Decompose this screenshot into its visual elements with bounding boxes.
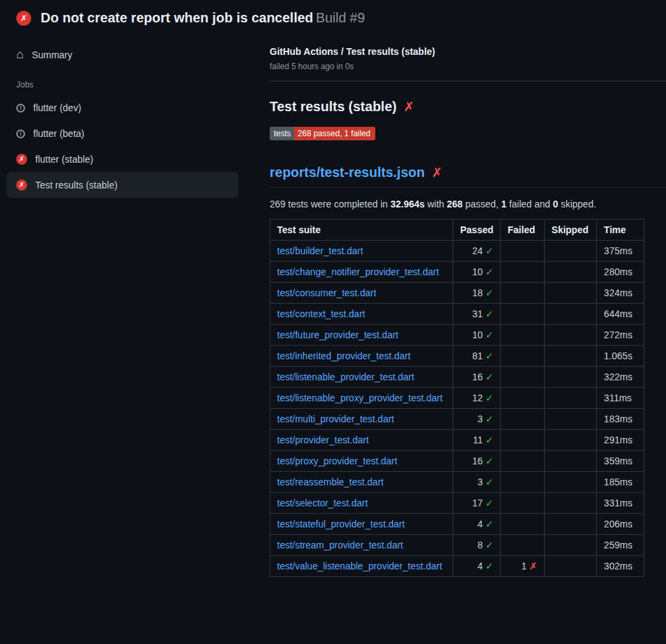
column-header: Test suite [270,220,453,241]
check-icon: ✓ [486,435,494,445]
report-link[interactable]: reports/test-results.json [270,165,425,180]
test-suite-cell: test/value_listenable_provider_test.dart [270,556,453,577]
breadcrumb: GitHub Actions / Test results (stable) [270,46,644,57]
test-suite-link[interactable]: test/change_notifier_provider_test.dart [277,266,439,277]
test-suite-cell: test/reassemble_test.dart [270,472,453,493]
failed-cell [501,535,545,556]
test-suite-cell: test/context_test.dart [270,304,453,325]
check-icon: ✓ [486,414,494,424]
test-suite-cell: test/stream_provider_test.dart [270,535,453,556]
skipped-cell [545,514,597,535]
passed-cell: 16✓ [453,451,501,472]
passed-cell: 12✓ [453,388,501,409]
test-suite-link[interactable]: test/provider_test.dart [277,435,369,445]
check-icon: ✓ [486,540,494,550]
test-suite-link[interactable]: test/selector_test.dart [277,498,368,508]
test-suite-link[interactable]: test/listenable_proxy_provider_test.dart [277,393,442,403]
skipped-cell [545,472,597,493]
skipped-cell [545,283,597,304]
test-suite-link[interactable]: test/multi_provider_test.dart [277,414,394,424]
report-heading: reports/test-results.json ✗ [270,165,666,188]
time-cell: 183ms [597,409,644,430]
passed-count: 11 [473,435,483,445]
build-number: Build #9 [316,10,365,25]
check-icon: ✓ [486,393,494,403]
job-label: flutter (beta) [33,128,84,139]
status-line: failed 5 hours ago in 0s [270,62,644,71]
time-cell: 324ms [597,283,644,304]
build-title-text: Do not create report when job is cancell… [41,10,313,25]
check-icon: ✓ [486,477,494,487]
build-header: ✗ Do not create report when job is cance… [0,0,666,33]
job-label: flutter (stable) [35,154,93,165]
summary-text: 268 [447,199,463,209]
test-suite-link[interactable]: test/builder_test.dart [277,245,363,256]
table-row: test/selector_test.dart17✓331ms [270,493,644,514]
table-row: test/context_test.dart31✓644ms [270,304,644,325]
skipped-cell [545,409,597,430]
passed-cell: 17✓ [453,493,501,514]
test-suite-cell: test/stateful_provider_test.dart [270,514,453,535]
failed-cell [501,283,545,304]
test-suite-link[interactable]: test/consumer_test.dart [277,287,376,298]
test-suite-link[interactable]: test/future_provider_test.dart [277,329,398,340]
test-suite-cell: test/proxy_provider_test.dart [270,451,453,472]
section-title: Test results (stable) ✗ [270,99,644,115]
table-body: test/builder_test.dart24✓375mstest/chang… [270,241,644,577]
cancelled-status-icon: ! [16,104,25,113]
test-suite-link[interactable]: test/reassemble_test.dart [277,477,383,487]
table-row: test/listenable_provider_test.dart16✓322… [270,367,644,388]
test-suite-link[interactable]: test/stateful_provider_test.dart [277,519,404,529]
passed-count: 16 [472,456,483,466]
sidebar-item-summary[interactable]: ⌂ Summary [7,42,238,68]
build-title: Do not create report when job is cancell… [41,10,365,26]
job-label: flutter (dev) [33,102,81,113]
sidebar-item-flutter-beta[interactable]: !flutter (beta) [7,121,238,146]
check-icon: ✓ [486,266,494,277]
time-cell: 272ms [597,325,644,346]
test-suite-link[interactable]: test/value_listenable_provider_test.dart [277,561,442,571]
passed-cell: 81✓ [453,346,501,367]
skipped-cell [545,535,597,556]
table-row: test/provider_test.dart11✓291ms [270,430,644,451]
sidebar-item-flutter-dev[interactable]: !flutter (dev) [7,95,238,121]
passed-count: 18 [472,287,483,298]
check-icon: ✓ [486,371,494,382]
test-suite-link[interactable]: test/inherited_provider_test.dart [277,350,411,361]
failed-cell [501,409,545,430]
summary-label: Summary [32,49,72,60]
skipped-cell [545,388,597,409]
failed-cell [501,430,545,451]
column-header: Time [597,220,644,241]
check-icon: ✓ [486,519,494,529]
passed-count: 31 [472,308,483,319]
time-cell: 206ms [597,514,644,535]
passed-cell: 8✓ [453,535,501,556]
passed-count: 10 [472,266,483,277]
summary-text: 269 tests were completed in [270,199,390,209]
skipped-cell [545,430,597,451]
time-cell: 359ms [597,451,644,472]
passed-cell: 11✓ [453,430,501,451]
test-suite-cell: test/change_notifier_provider_test.dart [270,262,453,283]
check-icon: ✓ [486,498,494,508]
sidebar-item-test-results-stable[interactable]: ✗Test results (stable) [7,172,238,198]
home-icon: ⌂ [16,48,24,60]
column-header: Skipped [545,220,597,241]
passed-count: 81 [472,350,483,361]
time-cell: 331ms [597,493,644,514]
badge-label: tests [270,127,294,140]
skipped-cell [545,451,597,472]
test-suite-link[interactable]: test/proxy_provider_test.dart [277,456,397,466]
test-suite-link[interactable]: test/context_test.dart [277,308,365,319]
sidebar-item-flutter-stable[interactable]: ✗flutter (stable) [7,146,238,172]
check-icon: ✓ [486,456,494,466]
summary-text: with [425,199,447,209]
check-icon: ✓ [486,350,494,361]
test-suite-link[interactable]: test/listenable_provider_test.dart [277,371,414,382]
check-icon: ✓ [486,561,494,571]
test-suite-link[interactable]: test/stream_provider_test.dart [277,540,403,550]
build-failed-icon: ✗ [16,11,31,26]
column-header: Passed [453,220,501,241]
time-cell: 375ms [597,241,644,262]
